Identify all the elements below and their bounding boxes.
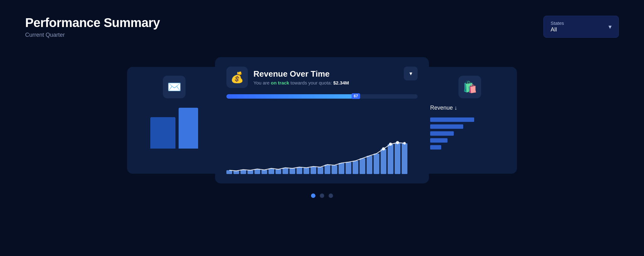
svg-rect-20 bbox=[367, 156, 372, 174]
h-bar-5 bbox=[430, 145, 441, 150]
pagination-dot-1[interactable] bbox=[311, 193, 315, 198]
left-card: ✉️ bbox=[127, 67, 221, 174]
svg-point-29 bbox=[403, 142, 406, 144]
svg-rect-14 bbox=[325, 165, 330, 174]
horizontal-bars bbox=[430, 117, 509, 150]
svg-rect-24 bbox=[395, 143, 400, 174]
main-card-header: 💰 Revenue Over Time You are on track tow… bbox=[226, 67, 418, 88]
h-bar-row-5 bbox=[430, 145, 509, 150]
h-bar-row-3 bbox=[430, 131, 509, 136]
svg-rect-9 bbox=[290, 168, 295, 174]
chart-area bbox=[226, 105, 418, 174]
revenue-chart bbox=[226, 105, 418, 174]
svg-point-26 bbox=[382, 147, 385, 150]
page-subtitle: Current Quarter bbox=[25, 32, 160, 38]
progress-container: 67 bbox=[226, 94, 418, 99]
svg-rect-5 bbox=[261, 170, 267, 174]
svg-rect-13 bbox=[318, 167, 323, 174]
svg-point-27 bbox=[389, 143, 392, 146]
subtitle-pre: You are bbox=[253, 80, 271, 85]
svg-rect-17 bbox=[346, 162, 351, 174]
svg-rect-15 bbox=[331, 165, 337, 174]
states-dropdown-label: States bbox=[551, 20, 564, 26]
svg-rect-25 bbox=[402, 143, 407, 174]
main-card: 💰 Revenue Over Time You are on track tow… bbox=[215, 57, 429, 183]
progress-fill: 67 bbox=[226, 94, 354, 99]
svg-rect-16 bbox=[339, 163, 344, 174]
svg-rect-23 bbox=[388, 144, 393, 174]
svg-rect-10 bbox=[297, 167, 302, 174]
main-card-title-block: Revenue Over Time You are on track towar… bbox=[253, 69, 349, 85]
right-card-icon: 🛍️ bbox=[458, 76, 481, 98]
svg-rect-7 bbox=[275, 169, 281, 174]
progress-track: 67 bbox=[226, 94, 418, 99]
left-bar-chart bbox=[150, 108, 198, 149]
h-bar-3 bbox=[430, 131, 454, 136]
main-card-icon: 💰 bbox=[226, 67, 248, 88]
h-bar-row-4 bbox=[430, 138, 509, 143]
main-card-title: Revenue Over Time bbox=[253, 69, 349, 79]
page-title: Performance Summary bbox=[25, 16, 160, 30]
chart-dropdown-button[interactable]: ▾ bbox=[404, 67, 418, 80]
right-card-title: Revenue ↓ bbox=[430, 105, 457, 111]
page-container: Performance Summary Current Quarter Stat… bbox=[0, 0, 644, 256]
left-bar-2 bbox=[179, 108, 198, 149]
subtitle-mid: towards your quota: bbox=[291, 80, 333, 85]
svg-rect-8 bbox=[282, 168, 288, 174]
svg-rect-12 bbox=[311, 166, 316, 174]
svg-point-28 bbox=[396, 141, 399, 144]
states-dropdown[interactable]: States All ▾ bbox=[543, 16, 619, 38]
svg-rect-18 bbox=[353, 161, 358, 174]
states-dropdown-inner: States All bbox=[551, 20, 564, 33]
h-bar-4 bbox=[430, 138, 447, 143]
pagination-dot-2[interactable] bbox=[320, 193, 324, 198]
pagination-dot-3[interactable] bbox=[329, 193, 333, 198]
svg-rect-11 bbox=[303, 168, 309, 174]
left-card-icon: ✉️ bbox=[163, 76, 186, 98]
main-card-subtitle: You are on track towards your quota: $2.… bbox=[253, 80, 349, 85]
pagination bbox=[25, 193, 619, 198]
main-card-header-left: 💰 Revenue Over Time You are on track tow… bbox=[226, 67, 349, 88]
right-card: 🛍️ Revenue ↓ bbox=[423, 67, 517, 174]
svg-rect-22 bbox=[380, 149, 386, 174]
cards-area: ✉️ 💰 Revenue Over Time You are on track … bbox=[25, 57, 619, 183]
h-bar-row-2 bbox=[430, 124, 509, 129]
states-dropdown-value: All bbox=[551, 26, 564, 33]
header: Performance Summary Current Quarter Stat… bbox=[25, 16, 619, 38]
left-bar-1 bbox=[150, 117, 175, 149]
svg-rect-1 bbox=[233, 171, 239, 174]
title-block: Performance Summary Current Quarter bbox=[25, 16, 160, 38]
h-bar-1 bbox=[430, 117, 474, 122]
svg-rect-3 bbox=[247, 170, 253, 174]
status-text: on track bbox=[271, 80, 289, 85]
progress-label: 67 bbox=[352, 93, 360, 99]
svg-rect-21 bbox=[374, 154, 379, 174]
h-bar-row-1 bbox=[430, 117, 509, 122]
svg-rect-19 bbox=[360, 158, 365, 174]
h-bar-2 bbox=[430, 124, 463, 129]
quota-value: $2.34M bbox=[333, 80, 349, 85]
chevron-down-icon: ▾ bbox=[608, 23, 612, 30]
